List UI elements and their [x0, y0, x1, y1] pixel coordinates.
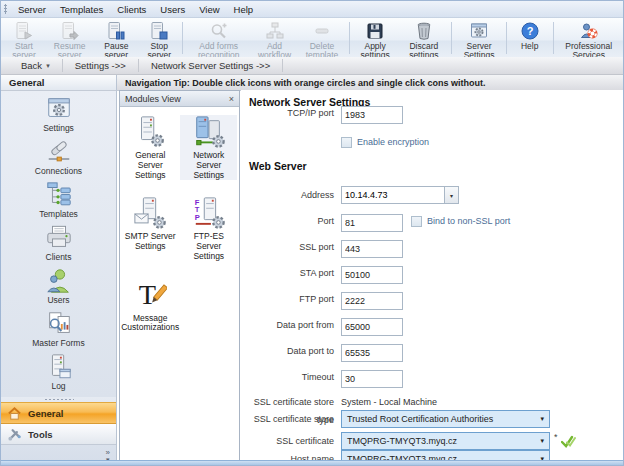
server-settings-icon: [469, 21, 489, 41]
address-label: Address: [241, 186, 334, 204]
clients-icon: [45, 224, 73, 252]
server-settings-button[interactable]: Server Settings: [454, 19, 504, 57]
delete-template-icon: [312, 21, 332, 41]
breadcrumb-settings[interactable]: Settings ->>: [63, 59, 139, 72]
form-row-cert-store: SSL certificate store Trusted Root Certi…: [241, 410, 623, 428]
tcpip-port-label: TCP/IP port: [241, 104, 334, 122]
master-forms-icon: [45, 310, 73, 338]
module-smtp-server-settings[interactable]: SMTP Server Settings: [122, 196, 179, 261]
breadcrumb-network-server-settings[interactable]: Network Server Settings ->>: [139, 59, 283, 72]
pause-server-button[interactable]: Pause server: [94, 19, 138, 57]
bind-non-ssl-checkbox[interactable]: [411, 216, 422, 227]
sidebar-item-users[interactable]: Users: [1, 267, 116, 310]
form-row-tcpip-port: TCP/IP port: [241, 104, 623, 122]
sidebar-item-master-forms-label: Master Forms: [32, 338, 84, 348]
toolbar-separator: [553, 22, 554, 54]
cert-store-label: SSL certificate store: [241, 410, 334, 428]
ssl-certificate-dropdown[interactable]: TMQPRG-TMYQT3.myq.cz ▾: [341, 432, 550, 450]
menu-clients[interactable]: Clients: [110, 2, 153, 17]
nav-button-general[interactable]: General: [1, 402, 116, 424]
cert-store-dropdown[interactable]: Trusted Root Certification Authorities ▾: [341, 410, 550, 428]
module-general-server-settings[interactable]: General Server Settings: [122, 115, 179, 180]
general-server-settings-icon: [133, 115, 167, 149]
form-row-port: Port Bind to non-SSL port: [241, 212, 623, 230]
sidebar-item-clients[interactable]: Clients: [1, 224, 116, 267]
data-port-to-input[interactable]: [341, 344, 403, 362]
pause-server-icon: [106, 21, 126, 41]
form-row-ftp-port: FTP port: [241, 290, 623, 308]
enable-encryption-checkbox[interactable]: [341, 137, 352, 148]
add-forms-recognition-button[interactable]: Add forms recognition: [185, 19, 252, 57]
nav-button-tools[interactable]: Tools: [1, 424, 116, 445]
form-row-timeout: Timeout: [241, 368, 623, 386]
form-row-sta-port: STA port: [241, 264, 623, 282]
toolbar-separator: [506, 22, 507, 54]
close-icon[interactable]: ×: [229, 94, 234, 104]
help-label: Help: [521, 42, 538, 51]
menu-view[interactable]: View: [192, 2, 226, 17]
discard-settings-button[interactable]: Discard settings: [398, 19, 449, 57]
message-customizations-icon: T: [133, 278, 167, 312]
address-combobox[interactable]: ▾: [341, 186, 459, 204]
menu-server[interactable]: Server: [11, 2, 53, 17]
toolbar-separator: [349, 22, 350, 54]
enable-encryption-label: Enable encryption: [357, 136, 429, 148]
settings-icon: [45, 95, 73, 123]
module-message-customizations[interactable]: T Message Customizations: [122, 278, 179, 334]
sidebar-item-log[interactable]: Log: [1, 353, 116, 396]
module-network-server-settings[interactable]: Network Server Settings: [180, 115, 237, 180]
dropdown-arrow-icon: ▾: [540, 437, 544, 445]
required-asterisk: *: [554, 432, 558, 442]
port-input[interactable]: [341, 214, 403, 232]
log-icon: [45, 353, 73, 381]
modules-view-panel: Modules View × General Server Settings N…: [119, 90, 240, 461]
apply-settings-icon: [365, 21, 385, 41]
menu-users[interactable]: Users: [153, 2, 192, 17]
add-workflow-button[interactable]: Add workflow: [252, 19, 296, 57]
apply-settings-button[interactable]: Apply settings: [352, 19, 398, 57]
sta-port-input[interactable]: [341, 266, 403, 284]
professional-services-icon: [579, 21, 599, 41]
help-button[interactable]: ? Help: [509, 19, 551, 57]
data-port-from-input[interactable]: [341, 318, 403, 336]
ftp-port-label: FTP port: [241, 290, 334, 308]
ftp-port-input[interactable]: [341, 292, 403, 310]
nav-tools-label: Tools: [28, 429, 53, 440]
ssl-certificate-label: SSL certificate: [241, 432, 334, 450]
sidebar-item-settings[interactable]: Settings: [1, 95, 116, 138]
breadcrumb-network-label: Network Server Settings ->>: [151, 59, 270, 72]
menu-templates[interactable]: Templates: [53, 2, 110, 17]
bind-non-ssl-checkbox-group[interactable]: Bind to non-SSL port: [411, 215, 510, 227]
menubar-grip[interactable]: [4, 4, 7, 14]
module-message-customizations-label: Message Customizations: [121, 314, 179, 334]
address-dropdown-button[interactable]: ▾: [444, 187, 458, 203]
sidebar-item-templates[interactable]: Templates: [1, 181, 116, 224]
timeout-input[interactable]: [341, 370, 403, 388]
ssl-port-input[interactable]: [341, 240, 403, 258]
module-smtp-server-settings-label: SMTP Server Settings: [122, 232, 179, 252]
start-server-button[interactable]: Start server: [3, 19, 45, 57]
toolbar: Start server Resume server Pause server …: [1, 18, 623, 58]
port-label: Port: [241, 212, 334, 230]
address-input[interactable]: [342, 187, 444, 203]
sidebar-item-connections[interactable]: Connections: [1, 138, 116, 181]
resume-server-button[interactable]: Resume server: [45, 19, 94, 57]
module-ftp-es-server-settings[interactable]: FTP FTP-ES Server Settings: [180, 196, 237, 261]
back-button[interactable]: Back ▾: [9, 59, 63, 72]
connections-icon: [45, 138, 73, 166]
stop-server-button[interactable]: Stop server: [138, 19, 180, 57]
menu-help[interactable]: Help: [227, 2, 261, 17]
navigation-tip: Navigation Tip: Double click icons with …: [117, 75, 623, 91]
add-forms-recognition-icon: [209, 21, 229, 41]
sidebar-item-master-forms[interactable]: Master Forms: [1, 310, 116, 353]
status-bar: [1, 460, 623, 465]
sidebar-item-settings-label: Settings: [43, 123, 74, 133]
delete-template-button[interactable]: Delete template: [297, 19, 348, 57]
professional-services-button[interactable]: Professional Services: [555, 19, 622, 57]
modules-view-header: Modules View ×: [120, 91, 239, 107]
network-server-settings-form: Network Server Settings TCP/IP port Enab…: [241, 90, 623, 461]
enable-encryption-checkbox-group[interactable]: Enable encryption: [341, 136, 429, 148]
tcpip-port-input[interactable]: [341, 106, 403, 124]
form-row-cert-store-type: SSL certificate store type System - Loca…: [241, 393, 623, 411]
cert-store-value: Trusted Root Certification Authorities: [347, 414, 493, 424]
